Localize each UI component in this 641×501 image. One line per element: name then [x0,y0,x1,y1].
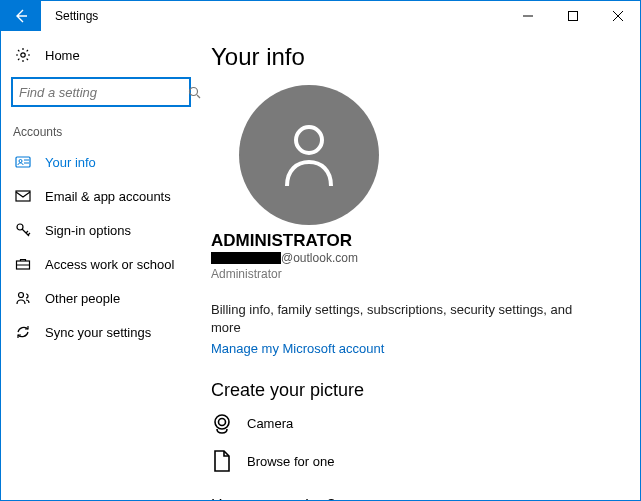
picture-option-camera[interactable]: Camera [211,411,616,435]
maximize-icon [568,11,578,21]
svg-point-8 [19,293,24,298]
email-suffix: @outlook.com [281,251,358,265]
minimize-button[interactable] [505,1,550,31]
sidebar-section-header: Accounts [1,121,201,145]
sidebar-item-other-people[interactable]: Other people [1,281,201,315]
role-label: Administrator [211,267,616,281]
sidebar-item-label: Your info [45,155,96,170]
sidebar-item-label: Other people [45,291,120,306]
briefcase-icon [13,256,33,272]
sidebar-item-email[interactable]: Email & app accounts [1,179,201,213]
window-controls [505,1,640,31]
person-icon [279,120,339,190]
sidebar-item-label: Sync your settings [45,325,151,340]
sidebar: Home Accounts Your info Email & app acco… [1,31,201,500]
titlebar: Settings [1,1,640,31]
home-button[interactable]: Home [1,39,201,71]
svg-rect-5 [16,191,30,201]
page-title: Your info [211,43,616,71]
sidebar-item-sync[interactable]: Sync your settings [1,315,201,349]
sidebar-item-label: Access work or school [45,257,174,272]
display-name: ADMINISTRATOR [211,231,616,251]
sidebar-item-label: Sign-in options [45,223,131,238]
search-input[interactable] [19,85,188,100]
svg-point-10 [215,415,229,429]
picture-option-label: Camera [247,416,293,431]
file-icon [211,449,241,473]
svg-rect-3 [16,157,30,167]
search-box[interactable] [11,77,191,107]
back-button[interactable] [1,1,41,31]
sync-icon [13,324,33,340]
sidebar-item-work[interactable]: Access work or school [1,247,201,281]
window-title: Settings [41,9,98,23]
home-label: Home [45,48,80,63]
redacted-text [211,252,281,264]
svg-point-9 [296,127,322,153]
content: Your info ADMINISTRATOR @outlook.com Adm… [201,31,640,500]
avatar [239,85,379,225]
camera-icon [211,411,241,435]
svg-point-4 [19,160,22,163]
svg-point-1 [21,53,25,57]
svg-point-11 [219,419,226,426]
key-icon [13,222,33,238]
close-button[interactable] [595,1,640,31]
sidebar-item-signin[interactable]: Sign-in options [1,213,201,247]
people-icon [13,290,33,306]
sidebar-item-label: Email & app accounts [45,189,171,204]
sidebar-item-your-info[interactable]: Your info [1,145,201,179]
mail-icon [13,188,33,204]
minimize-icon [523,11,533,21]
arrow-left-icon [13,8,29,24]
account-blurb: Billing info, family settings, subscript… [211,301,591,337]
question-header: Have a question? [211,497,616,500]
close-icon [613,11,623,21]
email: @outlook.com [211,251,616,265]
picture-option-label: Browse for one [247,454,334,469]
gear-icon [13,47,33,63]
picture-option-browse[interactable]: Browse for one [211,449,616,473]
svg-rect-0 [568,12,577,21]
manage-account-link[interactable]: Manage my Microsoft account [211,341,616,356]
maximize-button[interactable] [550,1,595,31]
picture-header: Create your picture [211,380,616,401]
person-badge-icon [13,154,33,170]
svg-point-2 [190,87,198,95]
search-icon [188,86,201,99]
